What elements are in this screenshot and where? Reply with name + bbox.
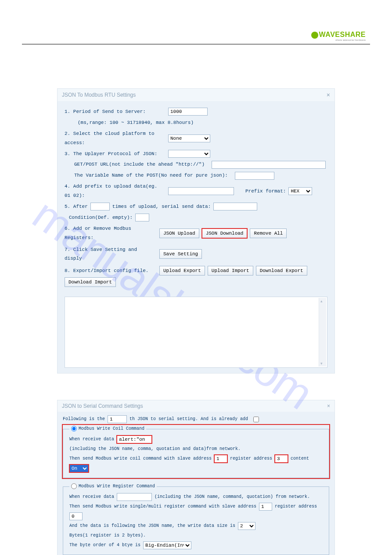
row5-cond-label: Condition(Def. empty): xyxy=(69,213,133,222)
index-input[interactable] xyxy=(108,415,127,423)
reg-l2a: Then send Modbus write single/multi regi… xyxy=(69,503,256,511)
prefix-input[interactable] xyxy=(168,187,234,195)
reg-legend[interactable]: Modbus Write Register Command xyxy=(69,482,157,490)
scroll-down-icon[interactable]: ▾ xyxy=(320,361,323,366)
scroll-up-icon[interactable]: ▴ xyxy=(320,299,323,303)
reg-l4a: The byte order of 4 btye is xyxy=(69,541,140,549)
reg-size-select[interactable]: 2 xyxy=(238,522,255,530)
coil-l1b: (including the JSON name, comma, quotati… xyxy=(69,445,241,453)
condition-input[interactable] xyxy=(135,214,149,221)
upload-import-button[interactable]: Upload Import xyxy=(208,266,253,276)
row2-label: 2. Select the cloud platform to access: xyxy=(65,129,165,148)
download-export-button[interactable]: Download Export xyxy=(256,266,307,276)
cloud-platform-select[interactable]: None xyxy=(168,134,210,142)
d2-top-pre: Following is the xyxy=(63,415,105,423)
d2-top-mid: th JSON to serial setting. And is alread… xyxy=(129,415,248,423)
row4-suffix-label: Prefix format: xyxy=(245,187,286,196)
row4-label: 4. Add prefix to upload data(eg. 01 02): xyxy=(65,182,165,200)
uplayer-protocol-select[interactable] xyxy=(168,150,210,158)
json-to-serial-dialog: JSON to Serial Command Settings × Follow… xyxy=(57,400,335,555)
scrollbar[interactable]: ▴ ▾ xyxy=(319,298,326,366)
close-icon[interactable]: × xyxy=(327,91,330,98)
row3b-label: The Variable Name of the POST(No need fo… xyxy=(74,171,228,180)
coil-receive-input[interactable] xyxy=(117,435,152,443)
reg-l1a: When receive data xyxy=(69,493,114,501)
reg-radio[interactable] xyxy=(71,483,77,489)
post-var-input[interactable] xyxy=(235,172,274,180)
coil-l1a: When receive data xyxy=(69,435,114,443)
output-textarea[interactable]: ▴ ▾ xyxy=(65,297,327,368)
coil-legend[interactable]: Modbus Write Coil Command xyxy=(69,425,146,433)
logo-text: WAVESHARE xyxy=(319,31,366,38)
period-input[interactable] xyxy=(168,108,208,116)
row3a-label: GET/POST URL(not include the ahead "http… xyxy=(74,160,205,169)
remove-all-button[interactable]: Remove All xyxy=(250,229,287,238)
row3-label: 3. The Uplayer Protocol of JSON: xyxy=(65,149,165,159)
dialog2-title: JSON to Serial Command Settings xyxy=(62,403,143,409)
reg-radio-label: Modbus Write Register Command xyxy=(79,484,155,489)
coil-l2c: content xyxy=(291,455,309,463)
row6-label: 6. Add or Remove Modbus Registers: xyxy=(65,224,157,243)
coil-radio[interactable] xyxy=(71,426,77,432)
coil-slave-input[interactable] xyxy=(214,455,227,463)
serial-send-input[interactable] xyxy=(213,203,257,210)
dialog1-title: JSON To Modbus RTU Settings xyxy=(62,92,136,98)
coil-fieldset: Modbus Write Coil Command When receive d… xyxy=(63,425,329,478)
json-download-button[interactable]: JSON Download xyxy=(202,229,248,238)
reg-register-input[interactable] xyxy=(69,512,83,520)
coil-l2b: register address xyxy=(230,455,272,463)
logo-subtext: share awesome hardware xyxy=(311,39,366,41)
coil-register-input[interactable] xyxy=(275,455,288,463)
logo-icon xyxy=(311,32,318,39)
already-add-checkbox[interactable] xyxy=(253,417,259,422)
download-import-button[interactable]: Download Import xyxy=(65,277,116,287)
dialog2-titlebar: JSON to Serial Command Settings × xyxy=(58,400,334,412)
reg-slave-input[interactable] xyxy=(259,503,272,511)
dialog1-titlebar: JSON To Modbus RTU Settings × xyxy=(58,89,334,101)
logo: WAVESHARE share awesome hardware xyxy=(311,31,366,41)
row1-hint: (ms,range: 100 ~ 31718940, max 8.8hours) xyxy=(78,118,194,127)
reg-byteorder-select[interactable]: Big-Endian(Invers xyxy=(143,541,191,549)
reg-l2b: register address xyxy=(275,503,317,511)
reg-l1b: (including the JSON name, command, quota… xyxy=(155,493,310,501)
json-upload-button[interactable]: JSON Upload xyxy=(159,229,199,238)
reg-l3a: And the data is following the JSON name,… xyxy=(69,522,235,530)
after-times-input[interactable] xyxy=(90,203,110,210)
coil-l2a: Then send Modbus write coil command with… xyxy=(69,455,212,463)
close-icon[interactable]: × xyxy=(327,403,330,409)
prefix-format-select[interactable]: HEX xyxy=(288,187,312,195)
url-input[interactable] xyxy=(212,161,326,169)
row1-label: 1. Period of Send to Server: xyxy=(65,107,165,116)
save-setting-button[interactable]: Save Setting xyxy=(159,249,202,259)
row7-label: 7. Click Save Setting and disply xyxy=(65,245,157,264)
reg-receive-input[interactable] xyxy=(117,493,152,501)
row5-pre: 5. After xyxy=(65,202,88,211)
row8-label: 8. Export/Import config file. xyxy=(65,266,157,276)
header-divider xyxy=(22,44,370,44)
reg-l3b: Bytes(1 register is 2 bytes). xyxy=(69,532,146,540)
register-fieldset: Modbus Write Register Command When recei… xyxy=(63,482,329,555)
json-to-modbus-dialog: JSON To Modbus RTU Settings × 1. Period … xyxy=(57,88,335,374)
row5-mid: times of upload, serial send data: xyxy=(112,202,211,211)
upload-export-button[interactable]: Upload Export xyxy=(159,266,205,276)
coil-radio-label: Modbus Write Coil Command xyxy=(79,426,144,431)
coil-content-select[interactable]: On xyxy=(69,464,89,472)
